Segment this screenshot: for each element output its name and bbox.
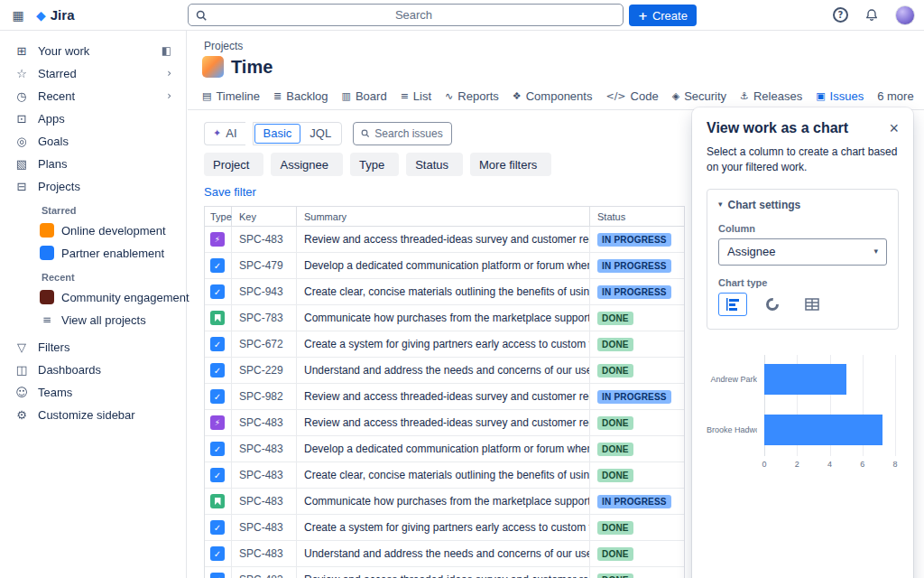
issue-summary[interactable]: Create clear, concise materials outlinin… [297, 462, 590, 488]
close-icon[interactable]: × [889, 120, 899, 136]
status-badge[interactable]: DONE [597, 469, 633, 482]
chart-type-table-icon[interactable] [798, 293, 827, 316]
sidebar-item[interactable]: ◎ Goals [5, 130, 180, 152]
sidebar-item[interactable]: ☺ Teams [5, 381, 180, 403]
filter-chip[interactable]: More filters [470, 153, 551, 176]
tab[interactable]: ❖ Components [513, 82, 593, 110]
sidebar-project-item[interactable]: Partner enablement [0, 242, 186, 264]
global-search-input[interactable] [212, 8, 615, 22]
sidebar-project-item[interactable]: ≡ View all projects [0, 309, 186, 331]
sidebar-project-item[interactable]: Online development [0, 219, 186, 241]
issue-row[interactable]: SPC-483 Understand and address the needs… [205, 541, 684, 567]
issue-key[interactable]: SPC-672 [232, 331, 297, 357]
sidebar-item[interactable]: ⚙ Customize sidebar [5, 404, 180, 425]
issue-row[interactable]: SPC-229 Understand and address the needs… [205, 358, 684, 384]
issue-key[interactable]: SPC-483 [232, 410, 297, 435]
column-header[interactable]: Status [590, 207, 684, 226]
issue-key[interactable]: SPC-483 [232, 567, 297, 578]
issue-key[interactable]: SPC-982 [232, 384, 297, 409]
tab[interactable]: ◈ Security [672, 82, 726, 110]
issue-summary[interactable]: Create a system for giving partners earl… [297, 331, 590, 357]
sidebar-item[interactable]: ◷ Recent › [5, 85, 180, 107]
sidebar-item[interactable]: ☆ Starred › [5, 62, 180, 84]
ai-button[interactable]: ✦ AI [204, 122, 245, 145]
issue-row[interactable]: SPC-982 Review and access threaded-ideas… [205, 384, 684, 410]
sidebar-item[interactable]: ▧ Plans [5, 153, 180, 174]
issue-row[interactable]: SPC-483 Review and access threaded-ideas… [205, 567, 684, 578]
global-search[interactable] [188, 4, 624, 26]
jira-logo[interactable]: ◆ Jira [36, 7, 74, 23]
issue-summary[interactable]: Create a system for giving partners earl… [297, 515, 590, 540]
column-header[interactable]: Key [232, 207, 297, 226]
sidebar-item[interactable]: ▽ Filters [5, 336, 180, 358]
tab-more[interactable]: 6 more [877, 82, 913, 110]
status-badge[interactable]: IN PROGRESS [597, 285, 671, 299]
filter-chip[interactable]: Project [204, 153, 263, 176]
status-badge[interactable]: IN PROGRESS [597, 495, 671, 508]
issue-row[interactable]: SPC-483 Communicate how purchases from t… [205, 489, 684, 515]
tab[interactable]: ≡ List [401, 82, 431, 110]
help-icon[interactable]: ? [833, 7, 848, 23]
issue-row[interactable]: SPC-479 Develop a dedicated communicatio… [205, 253, 684, 279]
search-issues-input[interactable] [374, 127, 444, 140]
issue-key[interactable]: SPC-479 [232, 253, 297, 278]
create-button[interactable]: + Create [629, 5, 697, 26]
column-header[interactable]: Summary [297, 207, 590, 226]
issue-summary[interactable]: Understand and address the needs and con… [297, 358, 590, 383]
tab[interactable]: ∿ Reports [445, 82, 499, 110]
status-badge[interactable]: DONE [597, 312, 633, 325]
save-filter-link[interactable]: Save filter [204, 185, 256, 199]
status-badge[interactable]: DONE [597, 416, 633, 430]
issue-key[interactable]: SPC-483 [232, 515, 297, 540]
issue-key[interactable]: SPC-483 [232, 489, 297, 514]
status-badge[interactable]: DONE [597, 338, 633, 351]
tab[interactable]: ▣ Issues [816, 82, 864, 110]
issue-row[interactable]: SPC-672 Create a system for giving partn… [205, 331, 684, 358]
mode-jql-button[interactable]: JQL [300, 124, 340, 144]
issue-summary[interactable]: Review and access threaded-ideas survey … [297, 567, 590, 578]
sidebar-item[interactable]: ◫ Dashboards [5, 359, 180, 380]
issue-key[interactable]: SPC-783 [232, 305, 297, 331]
app-switcher-icon[interactable]: ▦ [7, 5, 29, 26]
status-badge[interactable]: DONE [597, 443, 633, 456]
filter-chip[interactable]: Type [350, 153, 399, 176]
issue-key[interactable]: SPC-483 [232, 436, 297, 461]
status-badge[interactable]: IN PROGRESS [597, 390, 671, 404]
issue-row[interactable]: SPC-483 Create clear, concise materials … [205, 462, 684, 489]
chart-type-donut-icon[interactable] [758, 293, 787, 316]
issue-row[interactable]: SPC-483 Review and access threaded-ideas… [205, 227, 684, 253]
column-header[interactable]: Type [205, 207, 232, 226]
issue-key[interactable]: SPC-483 [232, 227, 297, 252]
issue-key[interactable]: SPC-943 [232, 279, 297, 304]
mode-basic-button[interactable]: Basic [254, 124, 301, 144]
tab[interactable]: ▥ Board [342, 82, 387, 110]
breadcrumb[interactable]: Projects [204, 40, 243, 52]
sidebar-project-item[interactable]: Community engagement [0, 286, 186, 308]
issue-summary[interactable]: Review and access threaded-ideas survey … [297, 410, 590, 435]
tab[interactable]: ▤ Timeline [202, 82, 260, 110]
filter-chip[interactable]: Assignee [271, 153, 342, 176]
tab[interactable]: ≣ Backlog [273, 82, 328, 110]
issue-row[interactable]: SPC-483 Develop a dedicated communicatio… [205, 436, 684, 462]
chart-settings-toggle[interactable]: ▾ Chart settings [718, 199, 887, 211]
column-select[interactable]: Assignee ▾ [718, 238, 887, 266]
issue-row[interactable]: SPC-483 Review and access threaded-ideas… [205, 410, 684, 436]
issue-key[interactable]: SPC-229 [232, 358, 297, 383]
search-issues[interactable] [353, 122, 452, 145]
user-avatar[interactable] [895, 5, 915, 25]
tab[interactable]: ⚓ Releases [740, 82, 802, 110]
status-badge[interactable]: DONE [597, 364, 633, 378]
issue-summary[interactable]: Communicate how purchases from the marke… [297, 489, 590, 514]
status-badge[interactable]: IN PROGRESS [597, 233, 671, 247]
status-badge[interactable]: DONE [597, 573, 633, 578]
issue-summary[interactable]: Develop a dedicated communication platfo… [297, 436, 590, 461]
issue-key[interactable]: SPC-483 [232, 541, 297, 566]
issue-summary[interactable]: Review and access threaded-ideas survey … [297, 227, 590, 252]
issue-row[interactable]: SPC-943 Create clear, concise materials … [205, 279, 684, 305]
issue-row[interactable]: SPC-783 Communicate how purchases from t… [205, 305, 684, 331]
issue-summary[interactable]: Understand and address the needs and con… [297, 541, 590, 566]
chart-type-bar-icon[interactable] [718, 293, 747, 316]
issue-summary[interactable]: Develop a dedicated communication platfo… [297, 253, 590, 278]
sidebar-item[interactable]: ⊞ Your work ◧ [5, 40, 180, 61]
issue-key[interactable]: SPC-483 [232, 462, 297, 488]
